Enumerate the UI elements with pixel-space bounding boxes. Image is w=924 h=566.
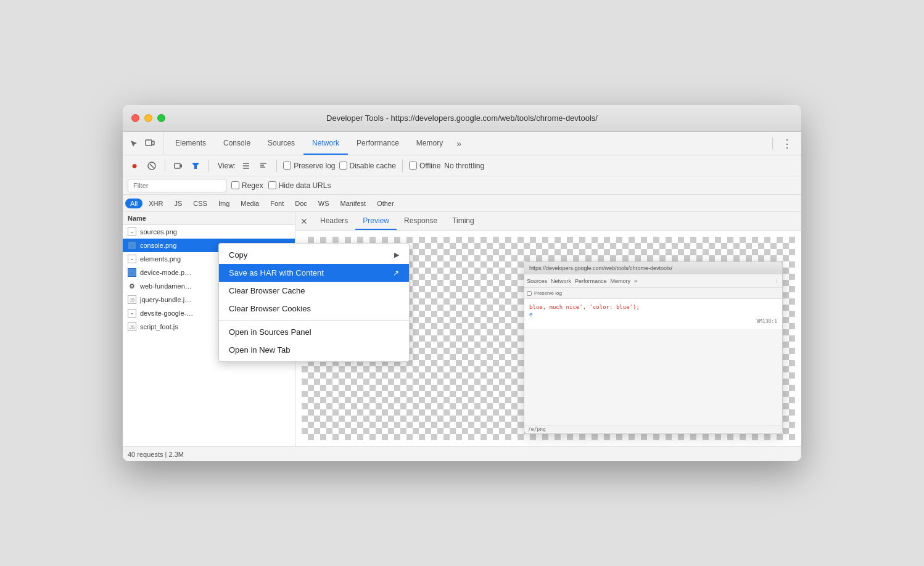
preserve-log-checkbox[interactable] bbox=[283, 162, 291, 170]
toolbar-divider-1 bbox=[165, 160, 165, 172]
svg-rect-0 bbox=[146, 140, 152, 146]
tab-console[interactable]: Console bbox=[215, 132, 259, 155]
filter-type-bar: All XHR JS CSS Img Media Font Doc WS Man… bbox=[123, 195, 801, 212]
mini-code-line-2: e bbox=[529, 311, 777, 318]
filter-type-manifest[interactable]: Manifest bbox=[336, 199, 371, 208]
file-name-script-foot: script_foot.js bbox=[140, 323, 178, 330]
traffic-lights bbox=[131, 114, 165, 122]
detail-tab-close[interactable]: ✕ bbox=[295, 212, 313, 230]
more-tabs-button[interactable]: » bbox=[452, 132, 466, 155]
mini-tab-more: » bbox=[634, 278, 637, 284]
hide-data-urls-label: Hide data URLs bbox=[279, 181, 331, 190]
mini-devtools-preview: https://developers.google.com/web/tools/… bbox=[524, 261, 783, 434]
window-title: Developer Tools - https://developers.goo… bbox=[326, 113, 598, 123]
filter-type-xhr[interactable]: XHR bbox=[144, 199, 168, 208]
hide-data-urls-group: Hide data URLs bbox=[268, 181, 331, 190]
file-icon-png: ▪ bbox=[128, 228, 136, 236]
file-name-devsite: devsite-google-… bbox=[140, 310, 193, 317]
list-view-button[interactable] bbox=[239, 159, 253, 173]
context-menu-copy[interactable]: Copy ▶ bbox=[219, 246, 295, 264]
toolbar-divider-3 bbox=[276, 160, 277, 172]
detail-tabs: ✕ Headers Preview Response Timing bbox=[295, 212, 801, 231]
svg-line-3 bbox=[150, 164, 154, 168]
filter-type-css[interactable]: CSS bbox=[188, 199, 212, 208]
context-menu-open-new-tab-label: Open in New Tab bbox=[229, 345, 291, 355]
toolbar-divider-4 bbox=[402, 160, 403, 172]
disable-cache-checkbox[interactable] bbox=[339, 162, 347, 170]
status-text: 40 requests | 2.3M bbox=[128, 451, 184, 458]
file-name-web-fundamentals: web-fundamen… bbox=[140, 282, 192, 290]
tab-sources[interactable]: Sources bbox=[259, 132, 303, 155]
maximize-button[interactable] bbox=[157, 114, 165, 122]
offline-label: Offline bbox=[419, 162, 440, 170]
mini-kebab: ⋮ bbox=[774, 278, 780, 284]
detail-tab-response[interactable]: Response bbox=[397, 212, 445, 230]
filter-type-doc[interactable]: Doc bbox=[290, 199, 312, 208]
file-icon-png-elements: ▪ bbox=[128, 255, 136, 263]
context-menu-open-new-tab[interactable]: Open in New Tab bbox=[219, 341, 295, 359]
file-name-console: console.png bbox=[140, 242, 176, 249]
mini-tab-network: Network bbox=[551, 278, 571, 284]
clear-button[interactable] bbox=[145, 159, 159, 173]
filter-input[interactable] bbox=[128, 179, 226, 192]
tab-bar: Elements Console Sources Network Perform… bbox=[123, 132, 801, 155]
hide-data-urls-checkbox[interactable] bbox=[268, 181, 276, 189]
disable-cache-group: Disable cache bbox=[339, 162, 396, 170]
close-button[interactable] bbox=[131, 114, 139, 122]
detail-tab-preview[interactable]: Preview bbox=[355, 212, 397, 230]
tab-elements[interactable]: Elements bbox=[167, 132, 215, 155]
filter-button[interactable] bbox=[189, 159, 202, 173]
filter-type-font[interactable]: Font bbox=[265, 199, 289, 208]
context-menu-open-sources-label: Open in Sources Panel bbox=[229, 327, 295, 337]
context-menu: Copy ▶ Save as HAR with Content ↗ Clear … bbox=[218, 243, 295, 362]
regex-checkbox[interactable] bbox=[231, 181, 239, 189]
file-item-sources[interactable]: ▪ sources.png bbox=[123, 225, 295, 239]
filter-type-media[interactable]: Media bbox=[236, 199, 264, 208]
file-name-jquery: jquery-bundle.j… bbox=[140, 296, 191, 303]
tab-memory[interactable]: Memory bbox=[408, 132, 452, 155]
context-menu-open-sources[interactable]: Open in Sources Panel bbox=[219, 323, 295, 341]
context-menu-clear-cookies[interactable]: Clear Browser Cookies bbox=[219, 300, 295, 318]
regex-group: Regex bbox=[231, 181, 263, 190]
cursor-icon[interactable] bbox=[128, 137, 140, 150]
video-button[interactable] bbox=[171, 159, 185, 173]
mini-tab-memory: Memory bbox=[611, 278, 631, 284]
main-content: Name ▪ sources.png ▪ console.png ▪ eleme… bbox=[123, 212, 801, 446]
offline-checkbox[interactable] bbox=[409, 162, 417, 170]
filter-type-all[interactable]: All bbox=[125, 199, 142, 208]
svg-rect-1 bbox=[152, 141, 154, 145]
tab-performance[interactable]: Performance bbox=[348, 132, 408, 155]
svg-rect-4 bbox=[175, 163, 180, 168]
devtools-menu-button[interactable]: ⋮ bbox=[778, 137, 796, 150]
filter-type-other[interactable]: Other bbox=[372, 199, 399, 208]
tab-bar-icons bbox=[128, 132, 164, 155]
network-toolbar: ● View: bbox=[123, 155, 801, 176]
context-menu-separator bbox=[219, 320, 295, 321]
context-menu-clear-cache-label: Clear Browser Cache bbox=[229, 286, 295, 295]
device-toggle-icon[interactable] bbox=[144, 137, 156, 150]
file-list-header: Name bbox=[123, 212, 295, 225]
filter-type-js[interactable]: JS bbox=[169, 199, 187, 208]
waterfall-view-button[interactable] bbox=[257, 159, 270, 173]
tab-network[interactable]: Network bbox=[303, 132, 348, 155]
svg-marker-6 bbox=[192, 163, 199, 169]
record-button[interactable]: ● bbox=[128, 159, 141, 173]
context-menu-save-har[interactable]: Save as HAR with Content ↗ bbox=[219, 264, 295, 282]
mini-devtools-content: blue, much nice', 'color: blue'); e VM13… bbox=[524, 299, 782, 329]
filter-type-img[interactable]: Img bbox=[213, 199, 234, 208]
title-bar: Developer Tools - https://developers.goo… bbox=[123, 105, 801, 132]
file-icon-png-device: ▪ bbox=[128, 268, 136, 277]
file-icon-gear: ⚙ bbox=[128, 282, 136, 290]
detail-tab-headers[interactable]: Headers bbox=[313, 212, 355, 230]
detail-tab-timing[interactable]: Timing bbox=[445, 212, 482, 230]
preserve-log-group: Preserve log bbox=[283, 162, 335, 170]
context-menu-clear-cookies-label: Clear Browser Cookies bbox=[229, 304, 295, 313]
minimize-button[interactable] bbox=[144, 114, 152, 122]
preserve-log-label: Preserve log bbox=[294, 162, 335, 170]
mini-devtools-toolbar: Preserve log bbox=[524, 288, 782, 299]
context-menu-clear-cache[interactable]: Clear Browser Cache bbox=[219, 282, 295, 300]
file-list-pane: Name ▪ sources.png ▪ console.png ▪ eleme… bbox=[123, 212, 295, 446]
view-label: View: bbox=[218, 162, 236, 170]
file-icon-js-jquery: JS bbox=[128, 295, 136, 304]
filter-type-ws[interactable]: WS bbox=[313, 199, 334, 208]
